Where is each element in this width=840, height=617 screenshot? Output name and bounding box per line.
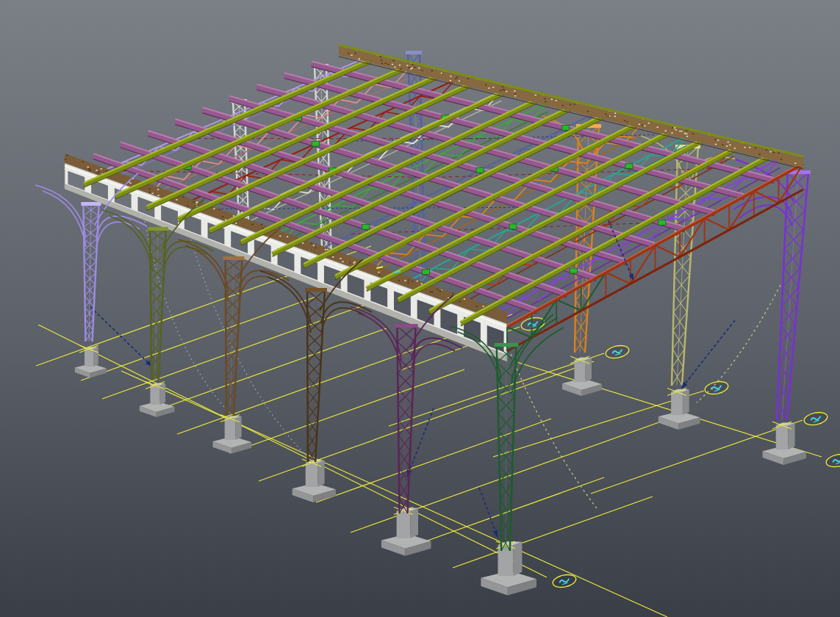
- connection-block[interactable]: [476, 167, 484, 173]
- connection-block[interactable]: [362, 224, 370, 229]
- connection-block[interactable]: [625, 164, 633, 169]
- connection-block[interactable]: [312, 141, 320, 146]
- connection-block[interactable]: [509, 224, 517, 229]
- cad-3d-viewport[interactable]: [0, 0, 840, 617]
- connection-block[interactable]: [658, 220, 666, 225]
- connection-block[interactable]: [423, 270, 430, 275]
- connection-block[interactable]: [562, 125, 570, 130]
- model-scene[interactable]: [0, 0, 840, 617]
- connection-block[interactable]: [570, 268, 577, 273]
